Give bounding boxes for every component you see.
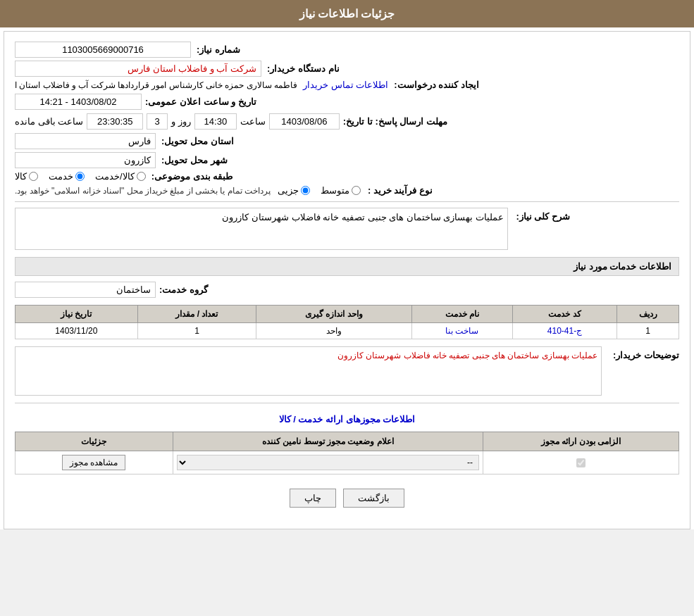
table-row: 1 ج-41-410 ساخت بنا واحد 1 1403/11/20 (16, 323, 679, 339)
license-section-title: اطلاعات مجوزهای ارائه خدمت / کالا (15, 414, 679, 425)
creator-contact-link[interactable]: اطلاعات تماس خریدار (303, 80, 388, 90)
row-name[interactable]: ساخت بنا (411, 323, 512, 339)
category-kala-khadamat-option[interactable]: کالا/خدمت (95, 171, 146, 182)
services-table-body: 1 ج-41-410 ساخت بنا واحد 1 1403/11/20 (16, 323, 679, 339)
services-table-section: ردیف کد خدمت نام خدمت واحد اندازه گیری ت… (15, 305, 679, 339)
license-table-body: -- مشاهده مجوز (16, 451, 679, 474)
purchase-type-motovasset-radio[interactable] (352, 186, 361, 195)
announce-datetime-value: 1403/08/02 - 14:21 (15, 94, 142, 110)
buyer-notes-section: توضیحات خریدار: عملیات بهسازی ساختمان ها… (15, 346, 679, 396)
license-col-required: الزامی بودن ارائه مجوز (483, 432, 679, 451)
purchase-type-jozii-label: جزیی (278, 185, 299, 196)
col-header-quantity: تعداد / مقدار (137, 306, 256, 323)
license-status-cell: -- (173, 451, 483, 474)
purchase-type-label: نوع فرآیند خرید : (368, 185, 433, 196)
creator-label: ایجاد کننده درخواست: (394, 80, 479, 90)
page-title: جزئیات اطلاعات نیاز (299, 8, 395, 20)
response-deadline-row: مهلت ارسال پاسخ: تا تاریخ: 1403/08/06 سا… (15, 113, 679, 130)
need-number-label: شماره نیاز: (197, 44, 240, 55)
row-code[interactable]: ج-41-410 (512, 323, 616, 339)
category-kala-option[interactable]: کالا (15, 171, 38, 182)
category-kala-label: کالا (15, 171, 27, 182)
general-desc-value: عملیات بهسازی ساختمان های جنبی تصفیه خان… (15, 208, 508, 250)
purchase-type-motovasset-option[interactable]: متوسط (321, 185, 361, 196)
response-days-value: 3 (147, 113, 168, 130)
services-table-header: ردیف کد خدمت نام خدمت واحد اندازه گیری ت… (16, 306, 679, 323)
category-kala-radio[interactable] (29, 172, 38, 181)
buyer-org-value: شرکت آب و فاضلاب استان فارس (15, 61, 261, 77)
row-quantity: 1 (137, 323, 256, 339)
license-table-header-row: الزامی بودن ارائه مجوز اعلام وضعیت مجوز … (16, 432, 679, 451)
license-table-header: الزامی بودن ارائه مجوز اعلام وضعیت مجوز … (16, 432, 679, 451)
col-header-unit: واحد اندازه گیری (256, 306, 411, 323)
need-number-row: شماره نیاز: 1103005669000716 (15, 42, 679, 58)
col-header-date: تاریخ نیاز (16, 306, 138, 323)
print-button[interactable]: چاپ (290, 489, 336, 508)
delivery-province-row: استان محل تحویل: فارس (15, 133, 679, 149)
page-wrapper: جزئیات اطلاعات نیاز شماره نیاز: 11030056… (0, 0, 694, 529)
purchase-type-note: پرداخت تمام یا بخشی از مبلغ خریداز محل "… (15, 186, 271, 196)
license-col-status: اعلام وضعیت مجوز توسط نامین کننده (173, 432, 483, 451)
creator-name: فاطمه سالاری حمزه خانی کارشناس امور قرار… (15, 80, 297, 90)
license-col-details: جزئیات (16, 432, 173, 451)
services-section-title: اطلاعات خدمات مورد نیاز (15, 257, 679, 276)
delivery-city-label: شهر محل تحویل: (161, 155, 228, 165)
delivery-province-label: استان محل تحویل: (161, 136, 234, 146)
services-table-header-row: ردیف کد خدمت نام خدمت واحد اندازه گیری ت… (16, 306, 679, 323)
category-kala-khadamat-label: کالا/خدمت (95, 171, 135, 182)
category-khadamat-label: خدمت (49, 171, 73, 182)
need-number-value: 1103005669000716 (15, 42, 191, 58)
row-unit: واحد (256, 323, 411, 339)
page-header: جزئیات اطلاعات نیاز (0, 0, 694, 27)
buyer-org-row: نام دستگاه خریدار: شرکت آب و فاضلاب استا… (15, 61, 679, 77)
back-button[interactable]: بازگشت (343, 489, 404, 508)
col-header-name: نام خدمت (411, 306, 512, 323)
license-table-row: -- مشاهده مجوز (16, 451, 679, 474)
response-remaining-label: ساعت باقی مانده (15, 116, 83, 127)
response-time-value: 14:30 (194, 113, 237, 130)
category-kala-khadamat-radio[interactable] (137, 172, 146, 181)
row-number: 1 (617, 323, 679, 339)
action-buttons: بازگشت چاپ (15, 489, 679, 508)
services-table: ردیف کد خدمت نام خدمت واحد اندازه گیری ت… (15, 305, 679, 339)
general-desc-label: شرح کلی نیاز: (514, 208, 570, 222)
category-khadamat-option[interactable]: خدمت (49, 171, 85, 182)
main-content: شماره نیاز: 1103005669000716 نام دستگاه … (4, 31, 690, 529)
response-deadline-label: مهلت ارسال پاسخ: تا تاریخ: (343, 116, 447, 127)
delivery-city-row: شهر محل تحویل: کازرون (15, 152, 679, 168)
buyer-notes-label: توضیحات خریدار: (609, 346, 679, 360)
category-row: طبقه بندی موضوعی: کالا/خدمت خدمت کالا (15, 171, 679, 182)
announce-datetime-row: تاریخ و ساعت اعلان عمومی: 1403/08/02 - 1… (15, 94, 679, 110)
license-table-section: الزامی بودن ارائه مجوز اعلام وضعیت مجوز … (15, 432, 679, 474)
general-desc-row: شرح کلی نیاز: عملیات بهسازی ساختمان های … (15, 208, 679, 250)
creator-row: ایجاد کننده درخواست: اطلاعات تماس خریدار… (15, 80, 679, 90)
license-status-select[interactable]: -- (177, 455, 479, 470)
view-license-button[interactable]: مشاهده مجوز (62, 455, 125, 470)
category-label: طبقه بندی موضوعی: (151, 171, 233, 182)
service-group-row: گروه خدمت: ساختمان (15, 282, 679, 298)
buyer-org-label: نام دستگاه خریدار: (267, 63, 340, 74)
license-required-cell (483, 451, 679, 474)
delivery-city-value: کازرون (15, 152, 156, 168)
license-details-cell: مشاهده مجوز (16, 451, 173, 474)
service-group-label: گروه خدمت: (159, 284, 208, 295)
response-days-label: روز و (171, 116, 191, 127)
delivery-province-value: فارس (15, 133, 156, 149)
response-date-value: 1403/08/06 (269, 113, 340, 130)
purchase-type-jozii-radio[interactable] (301, 186, 310, 195)
category-radio-group: کالا/خدمت خدمت کالا (15, 171, 146, 182)
response-remaining-value: 23:30:35 (87, 113, 143, 130)
license-required-checkbox-wrapper (487, 458, 675, 467)
purchase-type-motovasset-label: متوسط (321, 185, 349, 196)
col-header-code: کد خدمت (512, 306, 616, 323)
row-date: 1403/11/20 (16, 323, 138, 339)
purchase-type-radio-group: متوسط جزیی (278, 185, 361, 196)
purchase-type-jozii-option[interactable]: جزیی (278, 185, 310, 196)
license-required-checkbox[interactable] (576, 458, 585, 467)
announce-datetime-label: تاریخ و ساعت اعلان عمومی: (145, 96, 256, 107)
category-khadamat-radio[interactable] (75, 172, 85, 181)
response-time-label: ساعت (240, 116, 266, 127)
license-table: الزامی بودن ارائه مجوز اعلام وضعیت مجوز … (15, 432, 679, 474)
col-header-row: ردیف (617, 306, 679, 323)
buyer-notes-value: عملیات بهسازی ساختمان های جنبی تصفیه خان… (15, 346, 602, 396)
